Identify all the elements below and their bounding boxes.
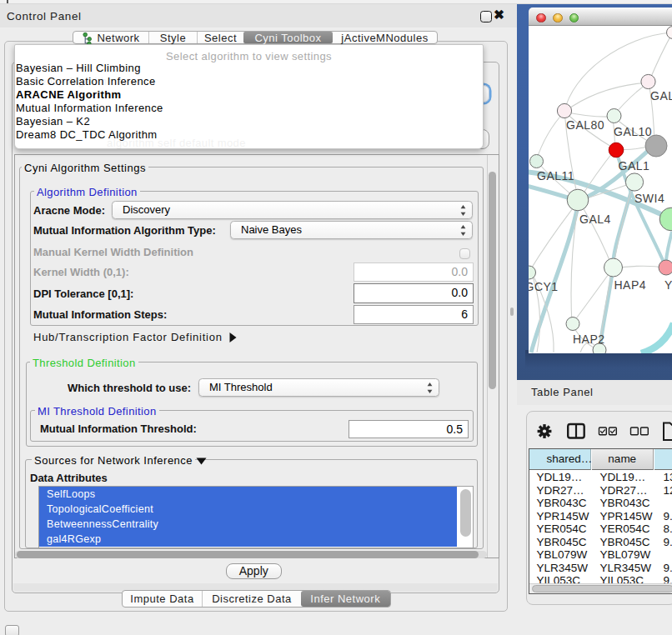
svg-text:Y: Y [664,278,672,292]
svg-text:GAL1: GAL1 [619,159,650,172]
svg-text:SWI4: SWI4 [634,192,664,205]
svg-text:GAL11: GAL11 [537,169,574,182]
svg-text:GCY1: GCY1 [529,280,559,293]
svg-text:GAL10: GAL10 [614,125,652,138]
svg-text:HAP2: HAP2 [573,332,605,346]
svg-text:GAL80: GAL80 [566,118,604,132]
svg-text:HAP4: HAP4 [614,278,647,292]
svg-text:GAL4: GAL4 [579,212,611,226]
svg-text:GAL2: GAL2 [650,89,672,102]
